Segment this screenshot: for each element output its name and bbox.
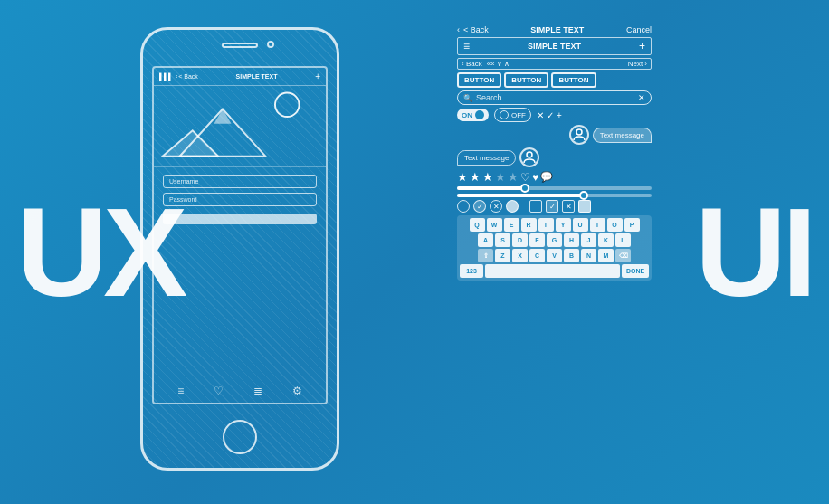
- radio-x-1[interactable]: ✕: [490, 200, 502, 213]
- slider-2-track[interactable]: [457, 194, 652, 197]
- back-chevron[interactable]: ‹: [457, 25, 460, 34]
- search-clear-button[interactable]: ✕: [638, 93, 645, 102]
- search-icon: 🔍: [463, 94, 472, 102]
- key-o[interactable]: O: [607, 218, 623, 232]
- search-input[interactable]: Search: [476, 93, 634, 102]
- back-label[interactable]: < Back: [463, 25, 489, 34]
- bread-chevrons[interactable]: «« ∨ ∧: [487, 60, 510, 68]
- phone-login-button[interactable]: [163, 214, 317, 224]
- phone-camera: [267, 41, 274, 48]
- key-i[interactable]: I: [590, 218, 605, 232]
- key-n[interactable]: N: [581, 249, 596, 262]
- phone-mockup: ▌▌▌ ‹ < Back SIMPLE TEXT +: [140, 27, 339, 471]
- checkbox-x-1[interactable]: ✕: [562, 200, 575, 213]
- key-backspace[interactable]: ⌫: [615, 249, 631, 262]
- nav-menu-icon[interactable]: ≡: [177, 385, 184, 397]
- phone-home-button[interactable]: [223, 420, 257, 454]
- star-3[interactable]: ★: [482, 170, 493, 184]
- star-1[interactable]: ★: [457, 170, 468, 184]
- phone-outline: ▌▌▌ ‹ < Back SIMPLE TEXT +: [140, 27, 339, 471]
- button-1[interactable]: BUTTON: [457, 72, 501, 88]
- radio-check-1[interactable]: ✓: [473, 200, 486, 213]
- key-l[interactable]: L: [615, 233, 631, 247]
- phone-header: ▌▌▌ ‹ < Back SIMPLE TEXT +: [154, 68, 326, 86]
- key-f[interactable]: F: [529, 233, 545, 247]
- toggle-off[interactable]: OFF: [494, 108, 531, 122]
- ui-label: UI: [695, 189, 813, 316]
- key-123[interactable]: 123: [460, 264, 483, 278]
- key-space[interactable]: [485, 264, 620, 278]
- password-field[interactable]: Password: [163, 193, 317, 206]
- toggle-off-label: OFF: [511, 111, 526, 119]
- slider-2-fill: [457, 194, 584, 197]
- phone-back-button[interactable]: ‹ < Back: [176, 73, 198, 80]
- toggle-off-circle: [500, 110, 509, 119]
- ui-components-panel: ‹ < Back SIMPLE TEXT Cancel ≡ SIMPLE TEX…: [457, 25, 652, 281]
- key-u[interactable]: U: [573, 218, 588, 232]
- menu-plus[interactable]: +: [639, 40, 645, 52]
- key-h[interactable]: H: [564, 233, 579, 247]
- key-k[interactable]: K: [598, 233, 614, 247]
- heart-empty-1[interactable]: ♡: [520, 171, 530, 184]
- cancel-button[interactable]: Cancel: [626, 25, 652, 34]
- key-q[interactable]: Q: [470, 218, 485, 232]
- svg-marker-2: [163, 130, 219, 157]
- menu-title: SIMPLE TEXT: [475, 42, 634, 51]
- nav-settings-icon[interactable]: ⚙: [292, 385, 302, 397]
- checkbox-empty-1[interactable]: [529, 200, 542, 213]
- key-y[interactable]: Y: [556, 218, 571, 232]
- key-e[interactable]: E: [504, 218, 519, 232]
- cross-icon: ✕: [537, 110, 544, 120]
- key-t[interactable]: T: [538, 218, 554, 232]
- nav-list-icon[interactable]: ≣: [253, 385, 262, 397]
- key-c[interactable]: C: [529, 249, 545, 262]
- search-bar[interactable]: 🔍 Search ✕: [457, 90, 652, 105]
- bread-next[interactable]: Next ›: [628, 60, 647, 68]
- key-a[interactable]: A: [478, 233, 493, 247]
- checkboxes-row: ✓ ✕ ✓ ✕: [457, 200, 652, 213]
- keyboard: Q W E R T Y U I O P A S D F G H J K L: [457, 215, 652, 281]
- key-p[interactable]: P: [624, 218, 640, 232]
- key-d[interactable]: D: [512, 233, 528, 247]
- key-r[interactable]: R: [521, 218, 537, 232]
- radio-empty-1[interactable]: [457, 200, 470, 213]
- star-5[interactable]: ★: [508, 170, 519, 184]
- checkbox-filled-1[interactable]: [578, 200, 591, 213]
- sent-message: Text message: [593, 128, 652, 143]
- nav-heart-icon[interactable]: ♡: [214, 385, 224, 397]
- heart-filled[interactable]: ♥: [532, 171, 538, 184]
- phone-plus-button[interactable]: +: [315, 71, 320, 81]
- key-j[interactable]: J: [581, 233, 596, 247]
- key-m[interactable]: M: [598, 249, 614, 262]
- checkbox-check-1[interactable]: ✓: [546, 200, 558, 213]
- toggle-on[interactable]: ON: [457, 109, 489, 121]
- mountain-svg: [154, 86, 326, 166]
- slider-1-track[interactable]: [457, 186, 652, 190]
- slider-2-thumb[interactable]: [579, 191, 588, 200]
- button-2[interactable]: BUTTON: [504, 72, 548, 88]
- key-w[interactable]: W: [487, 218, 502, 232]
- bread-back[interactable]: ‹ Back: [462, 60, 482, 68]
- key-v[interactable]: V: [547, 249, 562, 262]
- key-done[interactable]: DONE: [622, 264, 649, 278]
- star-2[interactable]: ★: [470, 170, 481, 184]
- key-shift[interactable]: ⇧: [478, 249, 493, 262]
- svg-point-0: [275, 92, 300, 117]
- star-4[interactable]: ★: [495, 170, 506, 184]
- check-icon: ✓: [547, 110, 554, 120]
- comment-icon[interactable]: 💬: [540, 171, 553, 183]
- slider-1-thumb[interactable]: [520, 184, 529, 193]
- key-s[interactable]: S: [495, 233, 510, 247]
- key-b[interactable]: B: [564, 249, 579, 262]
- username-field[interactable]: Username: [163, 175, 317, 188]
- key-x[interactable]: X: [512, 249, 528, 262]
- radio-filled-1[interactable]: [506, 200, 519, 213]
- button-3[interactable]: BUTTON: [551, 72, 596, 88]
- key-z[interactable]: Z: [495, 249, 510, 262]
- keyboard-row-4: 123 DONE: [460, 264, 649, 278]
- receiver-avatar: [519, 147, 539, 167]
- menu-icon[interactable]: ≡: [463, 40, 470, 52]
- toggle-row: ON OFF ✕ ✓ +: [457, 108, 652, 122]
- toggle-on-label: ON: [462, 111, 472, 119]
- key-g[interactable]: G: [547, 233, 562, 247]
